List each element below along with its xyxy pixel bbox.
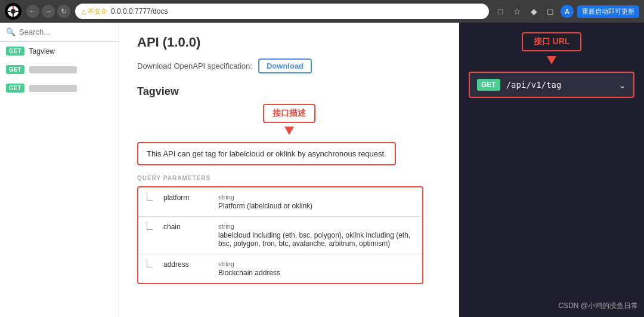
param-type-chain: string [218, 223, 414, 230]
profile-avatar[interactable]: A [561, 5, 574, 18]
endpoint-row[interactable]: GET /api/v1/tag ⌄ [469, 72, 634, 98]
main-area: 🔍 GET Tagview GET GET API (1.0.0) Downlo… [0, 23, 644, 317]
extensions-icon[interactable]: ◆ [527, 5, 540, 18]
back-button[interactable]: ← [26, 5, 39, 18]
api-description: This API can get tag for labelcloud or o… [137, 142, 396, 165]
right-arrow-down-icon [547, 56, 556, 64]
param-indent-2 [147, 223, 156, 248]
address-bar[interactable]: △ 不安全 0.0.0.0:7777/docs [75, 4, 489, 19]
param-desc-address: Blockchain address [218, 269, 414, 277]
chevron-down-icon: ⌄ [618, 79, 626, 91]
api-title: API (1.0.0) [137, 35, 441, 50]
params-table: platform string Platform (labelcloud or … [137, 186, 423, 284]
param-type-address: string [218, 260, 414, 267]
desc-arrow-down-icon [284, 127, 294, 135]
desc-annotation-box: 接口描述 [263, 104, 315, 123]
section-title: Tagview [137, 85, 441, 98]
param-name-platform: platform [163, 193, 211, 210]
param-info-address: string Blockchain address [218, 260, 414, 277]
search-icon: 🔍 [6, 27, 16, 36]
download-button[interactable]: Download [258, 59, 312, 73]
sidebar-item-3[interactable]: GET [0, 79, 119, 97]
browser-chrome: ← → ↻ △ 不安全 0.0.0.0:7777/docs □ ☆ ◆ ◻ A … [0, 0, 644, 23]
param-name-address: address [163, 260, 211, 277]
sidebar-item-label-3 [29, 85, 77, 92]
sidebar: 🔍 GET Tagview GET GET [0, 23, 119, 317]
update-button[interactable]: 重新启动即可更新 [577, 5, 639, 18]
url-text: 0.0.0.0:7777/docs [111, 7, 168, 16]
browser-actions: □ ☆ ◆ ◻ A 重新启动即可更新 [494, 5, 639, 18]
forward-button[interactable]: → [42, 5, 55, 18]
params-outer: 接口参数 QUERY PARAMETERS platform string Pl… [137, 175, 441, 284]
right-bottom-text: CSDN @小鸿的摸鱼日常 [558, 301, 638, 311]
method-badge-get-3: GET [6, 84, 24, 93]
param-row-chain: chain string labelcloud including (eth, … [138, 217, 422, 254]
endpoint-path: /api/v1/tag [506, 80, 612, 90]
param-type-platform: string [218, 193, 414, 201]
sidebar-item-tagview[interactable]: GET Tagview [0, 42, 119, 60]
download-row: Download OpenAPI specification: Download [137, 59, 441, 73]
content-area: API (1.0.0) Download OpenAPI specificati… [119, 23, 459, 317]
param-indent [147, 193, 156, 210]
query-params-label: QUERY PARAMETERS [137, 175, 441, 181]
param-desc-chain: labelcloud including (eth, bsc, polygon)… [218, 231, 414, 248]
param-line-2 [147, 221, 153, 230]
browser-logo [5, 3, 21, 20]
browser-nav-buttons: ← → ↻ [26, 5, 70, 18]
param-indent-3 [147, 260, 156, 277]
param-info-platform: string Platform (labelcloud or oklink) [218, 193, 414, 210]
sidebar-item-label: Tagview [29, 47, 55, 56]
bookmark-icon[interactable]: ☆ [510, 5, 524, 18]
method-badge-get: GET [6, 47, 24, 56]
param-name-chain: chain [163, 223, 211, 248]
cast-icon[interactable]: □ [494, 5, 507, 18]
download-label: Download OpenAPI specification: [137, 61, 252, 70]
param-row-platform: platform string Platform (labelcloud or … [138, 187, 422, 217]
url-annotation-box: 接口 URL [522, 32, 582, 51]
param-line [147, 192, 153, 201]
get-badge: GET [477, 79, 500, 91]
sidebar-item-label-2 [29, 66, 77, 73]
param-info-chain: string labelcloud including (eth, bsc, p… [218, 223, 414, 248]
svg-point-1 [11, 9, 16, 14]
param-line-3 [147, 259, 153, 267]
sidebar-item-2[interactable]: GET [0, 60, 119, 79]
tab-search-icon[interactable]: ◻ [544, 5, 557, 18]
search-box: 🔍 [0, 23, 119, 42]
method-badge-get-2: GET [6, 65, 24, 74]
param-row-address: address string Blockchain address [138, 254, 422, 283]
refresh-button[interactable]: ↻ [57, 5, 70, 18]
security-warning: △ 不安全 [81, 7, 107, 16]
right-panel: 接口 URL GET /api/v1/tag ⌄ CSDN @小鸿的摸鱼日常 [459, 23, 644, 317]
param-desc-platform: Platform (labelcloud or oklink) [218, 202, 414, 210]
search-input[interactable] [19, 27, 113, 36]
desc-annotation-wrapper: 接口描述 [137, 104, 441, 140]
